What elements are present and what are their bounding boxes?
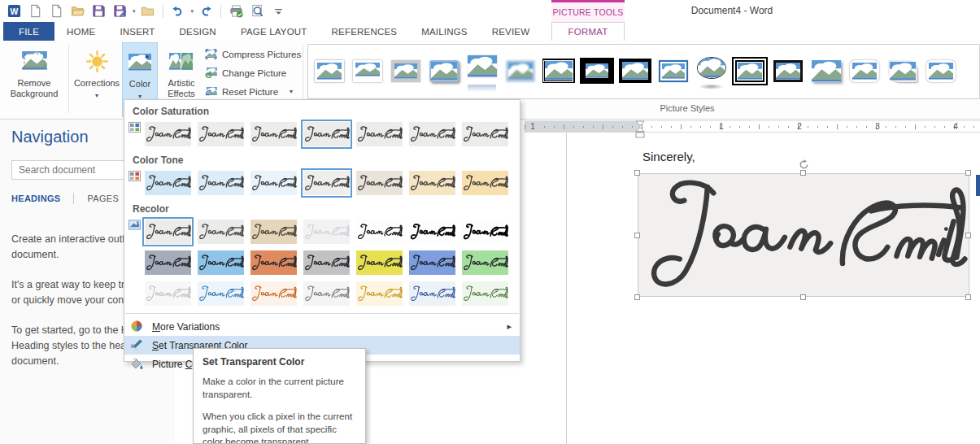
page-left-edge	[566, 133, 567, 444]
picture-style-17[interactable]	[921, 46, 960, 96]
picture-style-1[interactable]	[310, 46, 348, 96]
recolor-swatch-2-7[interactable]	[460, 248, 511, 277]
color-tone-swatch-1-2[interactable]	[195, 168, 246, 198]
tab-review[interactable]: REVIEW	[480, 22, 542, 41]
open-folder-icon[interactable]	[68, 2, 86, 20]
picture-style-4[interactable]	[425, 46, 463, 96]
resize-handle-nw[interactable]	[634, 170, 640, 176]
color-saturation-swatch-1-4[interactable]	[301, 120, 352, 149]
tab-design[interactable]: DESIGN	[168, 22, 229, 41]
picture-style-12[interactable]	[730, 46, 769, 96]
tab-mailings[interactable]: MAILINGS	[409, 22, 480, 41]
tab-home[interactable]: HOME	[54, 22, 107, 41]
recolor-swatch-3-2[interactable]	[195, 279, 246, 308]
color-tone-swatch-1-6[interactable]	[407, 168, 458, 198]
compress-pictures-button[interactable]: Compress Pictures	[205, 46, 301, 63]
color-saturation-swatch-1-5[interactable]	[354, 120, 405, 149]
new-folder-icon[interactable]	[139, 2, 157, 20]
recolor-swatch-1-5[interactable]	[354, 217, 405, 246]
color-saturation-swatch-1-3[interactable]	[248, 120, 299, 149]
undo-icon[interactable]	[169, 2, 187, 20]
recolor-swatch-3-6[interactable]	[407, 279, 458, 308]
picture-style-11[interactable]	[692, 46, 730, 96]
resize-handle-w[interactable]	[634, 233, 640, 238]
more-variations-menu-item[interactable]: More Variations▸	[124, 317, 520, 336]
resize-handle-s[interactable]	[800, 294, 806, 300]
nav-tab-headings[interactable]: HEADINGS	[11, 194, 60, 203]
new-document-alt-icon[interactable]	[47, 2, 65, 20]
color-tone-swatch-1-4[interactable]	[301, 168, 352, 198]
resize-handle-se[interactable]	[965, 294, 971, 300]
picture-style-6[interactable]	[501, 46, 539, 96]
remove-background-button[interactable]: Remove Background	[2, 42, 67, 117]
tab-references[interactable]: REFERENCES	[320, 22, 410, 41]
recolor-swatch-2-5[interactable]	[354, 248, 405, 277]
picture-style-2[interactable]	[348, 46, 386, 96]
color-saturation-swatch-1-7[interactable]	[460, 120, 511, 149]
print-preview-icon[interactable]	[248, 2, 266, 20]
save-as-dropdown-caret[interactable]: ▾	[133, 8, 136, 15]
picture-style-10[interactable]	[654, 46, 692, 96]
recolor-swatch-3-7[interactable]	[460, 279, 511, 308]
picture-style-8[interactable]	[577, 46, 616, 96]
tab-file[interactable]: FILE	[3, 22, 54, 41]
recolor-swatch-1-2[interactable]	[195, 217, 246, 246]
picture-style-14[interactable]	[807, 46, 845, 96]
corrections-button[interactable]: Corrections	[72, 42, 122, 117]
vertical-scrollbar-thumb[interactable]	[976, 175, 980, 196]
quick-print-icon[interactable]	[227, 2, 245, 20]
navigation-pane-tabs: HEADINGSPAGES	[11, 193, 119, 204]
tab-page-layout[interactable]: PAGE LAYOUT	[229, 22, 320, 41]
reset-picture-button[interactable]: Reset Picture	[205, 83, 301, 100]
picture-style-3[interactable]	[386, 46, 425, 96]
picture-style-9[interactable]	[616, 46, 654, 96]
recolor-swatch-3-3[interactable]	[248, 279, 299, 308]
document-text[interactable]: Sincerely,	[642, 150, 695, 163]
indent-marker[interactable]	[635, 120, 645, 138]
color-saturation-swatch-1-2[interactable]	[195, 120, 246, 149]
recolor-swatch-1-4[interactable]	[301, 217, 352, 246]
change-picture-button[interactable]: Change Picture	[205, 64, 301, 81]
resize-handle-e[interactable]	[965, 233, 971, 238]
resize-handle-ne[interactable]	[965, 170, 971, 176]
recolor-swatch-2-4[interactable]	[301, 248, 352, 277]
picture-style-7[interactable]	[539, 46, 577, 96]
redo-icon[interactable]	[197, 2, 215, 20]
recolor-swatch-2-3[interactable]	[248, 248, 299, 277]
recolor-swatch-1-7[interactable]	[460, 217, 511, 246]
color-saturation-swatch-1-6[interactable]	[407, 120, 458, 149]
tooltip-paragraph: When you click a pixel in the current gr…	[203, 411, 356, 444]
picture-style-16[interactable]	[883, 46, 921, 96]
save-icon[interactable]	[89, 2, 107, 20]
recolor-swatch-2-6[interactable]	[407, 248, 458, 277]
new-document-icon[interactable]	[26, 2, 44, 20]
recolor-swatch-3-1[interactable]	[142, 279, 194, 308]
color-tone-swatch-1-7[interactable]	[460, 168, 511, 198]
recolor-swatch-1-1[interactable]	[142, 217, 194, 246]
picture-style-13[interactable]	[769, 46, 807, 96]
nav-tab-pages[interactable]: PAGES	[87, 194, 119, 203]
picture-style-5[interactable]	[463, 46, 501, 96]
recolor-swatch-1-6[interactable]	[407, 217, 458, 246]
reset-picture-icon	[205, 86, 217, 97]
recolor-swatch-2-2[interactable]	[195, 248, 246, 277]
tab-insert[interactable]: INSERT	[107, 22, 167, 41]
signature-picture[interactable]	[638, 173, 969, 297]
recolor-swatch-3-4[interactable]	[301, 279, 352, 308]
resize-handle-n[interactable]	[800, 170, 806, 176]
picture-color-options-icon	[130, 357, 144, 371]
recolor-swatch-1-3[interactable]	[248, 217, 299, 246]
tab-format[interactable]: FORMAT	[551, 22, 625, 41]
save-as-icon[interactable]	[111, 2, 128, 20]
customize-quick-access-icon[interactable]	[269, 2, 287, 20]
recolor-swatch-2-1[interactable]	[142, 248, 194, 277]
color-tone-swatch-1-5[interactable]	[354, 168, 405, 198]
color-tone-swatch-1-1[interactable]	[142, 168, 194, 198]
resize-handle-sw[interactable]	[634, 294, 640, 300]
horizontal-ruler[interactable]: 11234	[525, 120, 980, 133]
undo-dropdown-caret[interactable]: ▾	[191, 8, 194, 15]
picture-style-15[interactable]	[845, 46, 883, 96]
color-saturation-swatch-1-1[interactable]	[142, 120, 194, 149]
recolor-swatch-3-5[interactable]	[354, 279, 405, 308]
color-tone-swatch-1-3[interactable]	[248, 168, 299, 198]
